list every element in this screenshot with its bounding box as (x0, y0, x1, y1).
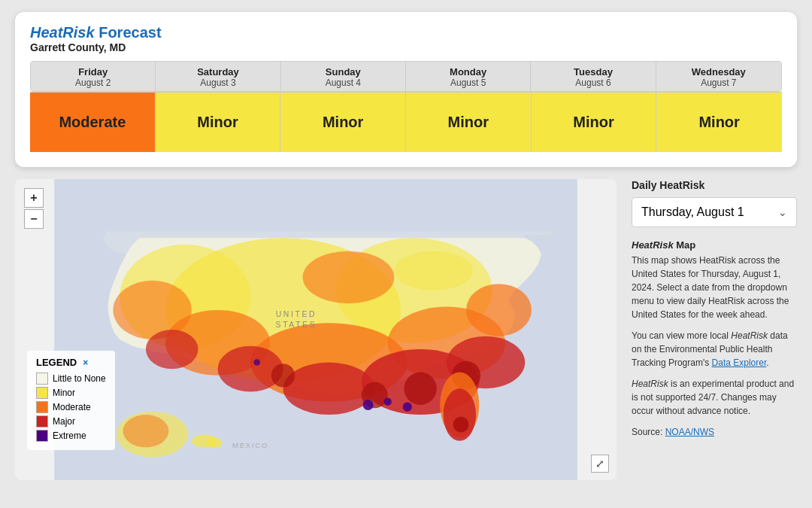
chevron-down-icon: ⌄ (778, 206, 787, 218)
noaa-nws-link[interactable]: NOAA/NWS (665, 427, 714, 437)
risk-cell-mon: Minor (406, 93, 532, 152)
forecast-header-sun: Sunday August 4 (281, 62, 406, 91)
svg-point-25 (444, 388, 476, 441)
panel-source: Source: NOAA/NWS (632, 425, 797, 439)
forecast-location: Garrett County, MD (30, 41, 782, 53)
risk-cell-sun: Minor (280, 93, 406, 152)
map-description-title: HeatRisk Map (632, 239, 797, 251)
expand-icon: ⤢ (595, 458, 604, 470)
panel-description-1: This map shows HeatRisk across the Unite… (632, 254, 797, 321)
svg-point-20 (363, 400, 374, 410)
legend-swatch-minor (36, 387, 48, 399)
legend-swatch-none (36, 373, 48, 385)
legend-title: LEGEND × (36, 357, 106, 368)
risk-cell-wed: Minor (656, 93, 782, 152)
risk-cell-tue: Minor (532, 93, 657, 152)
legend-item-minor: Minor (36, 387, 106, 399)
map-zoom-controls: + − (24, 188, 44, 229)
legend-item-none: Little to None (36, 373, 106, 385)
date-dropdown[interactable]: Thursday, August 1 ⌄ (632, 197, 797, 227)
legend-close-button[interactable]: × (83, 357, 88, 368)
svg-point-15 (146, 330, 198, 369)
forecast-card: HeatRisk Forecast Garrett County, MD Fri… (15, 12, 797, 167)
svg-point-22 (403, 403, 412, 412)
forecast-header-wed: Wednesday August 7 (656, 62, 781, 91)
forecast-header-tue: Tuesday August 6 (531, 62, 656, 91)
legend-item-moderate: Moderate (36, 401, 106, 413)
forecast-risk-row: Moderate Minor Minor Minor Minor Minor (30, 92, 782, 152)
legend-item-extreme: Extreme (36, 430, 106, 442)
svg-point-10 (303, 251, 395, 304)
svg-point-9 (466, 284, 532, 336)
svg-text:UNITED: UNITED (276, 310, 317, 318)
dropdown-selected-date: Thursday, August 1 (641, 205, 744, 219)
forecast-title: HeatRisk Forecast (30, 24, 782, 41)
daily-heatrisk-title: Daily HeatRisk (632, 179, 797, 191)
svg-point-19 (271, 364, 295, 387)
svg-point-32 (123, 415, 168, 447)
map-container: + − (15, 179, 617, 480)
forecast-header-fri: Friday August 2 (31, 62, 156, 91)
legend-swatch-major (36, 415, 48, 427)
svg-point-16 (404, 373, 436, 405)
svg-point-27 (394, 251, 472, 291)
data-explorer-link[interactable]: Data Explorer (712, 357, 767, 368)
legend-swatch-moderate (36, 401, 48, 413)
panel-description-2: You can view more local HeatRisk data on… (632, 329, 797, 370)
svg-point-14 (218, 346, 283, 392)
svg-point-12 (283, 362, 375, 415)
zoom-in-button[interactable]: + (24, 188, 44, 208)
right-panel: Daily HeatRisk Thursday, August 1 ⌄ Heat… (617, 179, 797, 480)
expand-map-button[interactable]: ⤢ (591, 455, 609, 473)
svg-point-34 (207, 437, 223, 448)
risk-cell-sat: Minor (156, 93, 281, 152)
svg-point-26 (453, 417, 469, 433)
svg-text:STATES: STATES (276, 321, 317, 329)
forecast-header-sat: Saturday August 3 (156, 62, 280, 91)
forecast-header-row: Friday August 2 Saturday August 3 Sunday… (30, 61, 782, 92)
zoom-out-button[interactable]: − (24, 209, 44, 229)
svg-point-21 (383, 397, 391, 405)
bottom-section: + − (15, 179, 797, 480)
panel-description-3: HeatRisk is an experimental product and … (632, 377, 797, 418)
legend-swatch-extreme (36, 430, 48, 442)
map-legend: LEGEND × Little to None Minor Moderate M… (27, 351, 115, 450)
risk-cell-fri: Moderate (30, 93, 156, 152)
legend-item-major: Major (36, 415, 106, 427)
forecast-header-mon: Monday August 5 (406, 62, 531, 91)
svg-point-23 (253, 359, 260, 366)
svg-text:MEXICO: MEXICO (232, 441, 268, 449)
